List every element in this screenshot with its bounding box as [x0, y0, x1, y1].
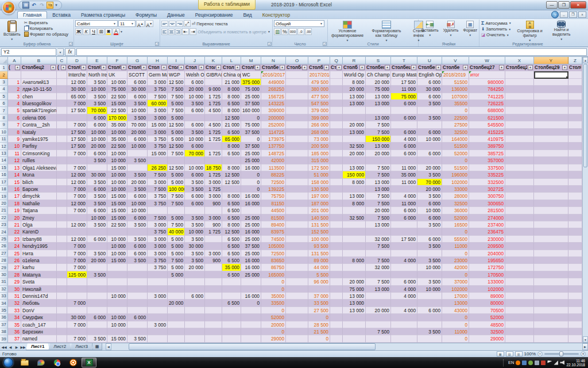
cell-J10[interactable]: 3 500	[185, 129, 205, 136]
cell-F2[interactable]: UK	[107, 71, 127, 78]
font-size-select[interactable]: 11▼	[118, 20, 136, 27]
cell-L4[interactable]: 8 000	[222, 86, 241, 93]
cell-W18[interactable]: 302725	[469, 186, 505, 193]
cell-D27[interactable]: 7 000	[67, 250, 87, 257]
vertical-scrollbar[interactable]: ▲ ▼	[582, 57, 588, 343]
cell-K4[interactable]: 9 000	[205, 86, 222, 93]
cell-O34[interactable]	[286, 300, 308, 306]
cell-C16[interactable]	[57, 171, 67, 178]
cell-G11[interactable]: 6 000	[127, 136, 148, 143]
cell-T20[interactable]: 11 000	[391, 200, 417, 207]
cell-O6[interactable]	[286, 100, 308, 107]
cell-D5[interactable]: 65 000	[67, 93, 87, 100]
filter-icon-O[interactable]: ▼	[302, 65, 307, 70]
cell-K24[interactable]: 1 725	[205, 228, 222, 235]
cell-Y19[interactable]	[534, 193, 568, 200]
cell-I16[interactable]: 5 000	[168, 171, 185, 178]
cell-V5[interactable]: 107000	[442, 93, 469, 100]
cell-E25[interactable]: 6 000	[87, 236, 107, 243]
align-center-icon[interactable]	[168, 29, 175, 35]
cell-O19[interactable]	[286, 193, 308, 200]
cell-R22[interactable]: 32 500	[343, 214, 366, 221]
cell-P33[interactable]: 37 000	[308, 293, 330, 300]
cell-W10[interactable]: 415225	[469, 129, 505, 136]
filter-icon-L[interactable]: ▼	[235, 65, 240, 70]
filter-icon-P[interactable]: ▼	[324, 65, 329, 70]
row-header-9[interactable]: 9	[0, 121, 8, 128]
cell-J37[interactable]	[185, 321, 205, 328]
cell-R13[interactable]: 20 000	[343, 150, 366, 157]
cell-V21[interactable]: 36000	[442, 207, 469, 214]
cell-T35[interactable]: 4 000	[391, 307, 417, 314]
cell-U17[interactable]: 70 000	[417, 179, 442, 186]
cell-L26[interactable]: 6 500	[222, 243, 241, 250]
cell-U4[interactable]: 30 000	[417, 86, 442, 93]
cell-T21[interactable]: 6 000	[391, 207, 417, 214]
cell-P28[interactable]: 89 000	[308, 257, 330, 264]
cell-G31[interactable]	[127, 278, 148, 285]
cell-Z27[interactable]	[568, 250, 582, 257]
cell-Y36[interactable]	[534, 314, 568, 321]
fill-color-button[interactable]: ◙	[105, 28, 112, 35]
cell-W20[interactable]: 300650	[469, 200, 505, 207]
cell-R15[interactable]: 13 000	[343, 164, 366, 171]
cell-I8[interactable]: 5 000	[168, 114, 185, 121]
cell-J7[interactable]: 6 000	[185, 107, 205, 114]
cell-Q39[interactable]	[330, 335, 343, 342]
cell-U22[interactable]: 6 000	[417, 214, 442, 221]
cell-C9[interactable]	[57, 121, 67, 128]
cell-O38[interactable]	[286, 328, 308, 335]
cell-W28[interactable]: 195650	[469, 257, 505, 264]
cell-V24[interactable]: 0	[442, 228, 469, 235]
tab-insert[interactable]: Вставка	[47, 12, 76, 18]
cell-O37[interactable]	[286, 321, 308, 328]
cell-T15[interactable]: 11 000	[391, 164, 417, 171]
cell-P4[interactable]: 380 000	[308, 86, 330, 93]
cell-Y28[interactable]	[534, 257, 568, 264]
cell-U21[interactable]: 10 000	[417, 207, 442, 214]
cell-S15[interactable]: 7 500	[366, 164, 391, 171]
cell-X30[interactable]	[505, 271, 534, 278]
cell-R19[interactable]: 13 000	[343, 193, 366, 200]
cell-X9[interactable]	[505, 121, 534, 128]
cell-J11[interactable]: 10 000	[185, 136, 205, 143]
cell-C4[interactable]	[57, 86, 67, 93]
cell-F24[interactable]	[107, 228, 127, 235]
cell-X22[interactable]	[505, 214, 534, 221]
cell-H29[interactable]: 3 750	[148, 264, 168, 271]
cell-E34[interactable]	[87, 300, 107, 306]
header-cell-N1[interactable]: Столбе▼	[261, 64, 286, 71]
cell-Z35[interactable]	[568, 307, 582, 314]
cell-A10[interactable]: 8	[8, 129, 21, 136]
cell-S4[interactable]: 75 000	[366, 86, 391, 93]
cell-B23[interactable]: Olga	[21, 221, 57, 228]
cell-R12[interactable]: 32 500	[343, 143, 366, 150]
cell-H20[interactable]: 3 750	[148, 200, 168, 207]
cell-V32[interactable]: 102000	[442, 286, 469, 293]
cell-O35[interactable]	[286, 307, 308, 314]
filter-icon-X[interactable]: ▼	[528, 65, 533, 70]
cell-J32[interactable]	[185, 286, 205, 293]
header-cell-I1[interactable]: Стол▼	[168, 64, 185, 71]
row-header-8[interactable]: 8	[0, 114, 8, 121]
cell-Q27[interactable]	[330, 250, 343, 257]
cell-T19[interactable]: 4 000	[391, 193, 417, 200]
cell-F10[interactable]: 10 000	[107, 129, 127, 136]
alignment-dialog-launcher-icon[interactable]: ◿	[268, 42, 272, 46]
cell-W19[interactable]: 300750	[469, 193, 505, 200]
cell-G7[interactable]: 10 000	[127, 107, 148, 114]
cell-K6[interactable]: 1 725	[205, 100, 222, 107]
column-header-Y[interactable]: Y	[534, 57, 568, 64]
cell-N2[interactable]: 2016/2017	[261, 71, 286, 78]
cell-R26[interactable]	[343, 243, 366, 250]
cell-D26[interactable]: 7 000	[67, 243, 87, 250]
cell-P7[interactable]: 379 000	[308, 107, 330, 114]
cell-C32[interactable]	[57, 286, 67, 293]
format-painter-button[interactable]: Формат по образцу	[24, 32, 69, 37]
cell-O21[interactable]	[286, 207, 308, 214]
cell-P21[interactable]: 201 000	[308, 207, 330, 214]
cell-W16[interactable]: 335225	[469, 171, 505, 178]
cell-G25[interactable]: 3 500	[127, 236, 148, 243]
cell-Q26[interactable]	[330, 243, 343, 250]
cell-M32[interactable]	[241, 286, 261, 293]
